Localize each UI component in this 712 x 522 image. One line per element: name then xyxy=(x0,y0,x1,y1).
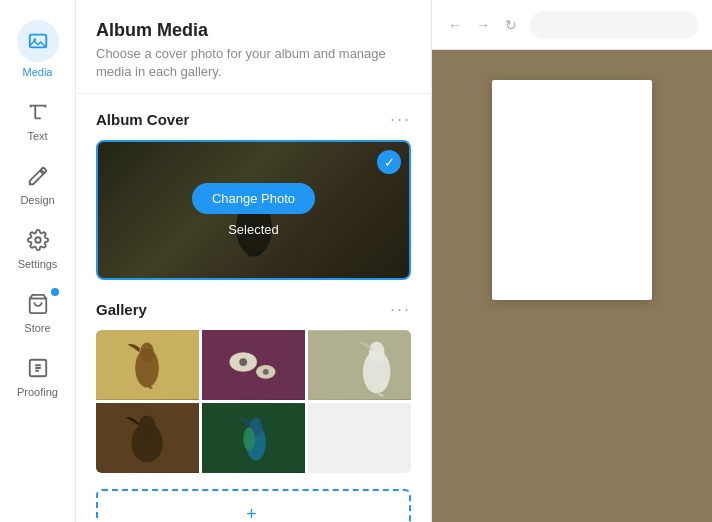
design-icon xyxy=(24,162,52,190)
svg-point-17 xyxy=(369,342,385,364)
gallery-item-4[interactable] xyxy=(96,403,199,473)
page-preview-frame xyxy=(492,80,652,300)
gallery-section: Gallery ··· xyxy=(76,296,431,489)
album-cover-more-button[interactable]: ··· xyxy=(390,110,411,128)
proofing-icon xyxy=(24,354,52,382)
store-icon xyxy=(24,290,52,318)
browser-back-button[interactable]: ← xyxy=(446,16,464,34)
gallery-bird-4-icon xyxy=(96,403,199,473)
change-photo-button[interactable]: Change Photo xyxy=(192,183,315,214)
store-notification-dot xyxy=(51,288,59,296)
sidebar-label-design: Design xyxy=(20,194,54,206)
sidebar-label-proofing: Proofing xyxy=(17,386,58,398)
browser-refresh-button[interactable]: ↻ xyxy=(502,16,520,34)
album-cover-title: Album Cover xyxy=(96,111,189,128)
sidebar-item-design[interactable]: Design xyxy=(0,152,75,216)
add-media-button[interactable]: + xyxy=(96,489,411,522)
sidebar-label-store: Store xyxy=(24,322,50,334)
gallery-bird-1-icon xyxy=(96,330,199,400)
svg-rect-15 xyxy=(308,331,411,400)
gallery-bird-3-icon xyxy=(308,330,411,400)
browser-preview: ← → ↻ xyxy=(432,0,712,522)
selected-label: Selected xyxy=(228,222,279,237)
gallery-item-5[interactable] xyxy=(202,403,305,473)
album-cover-container[interactable]: Change Photo Selected ✓ xyxy=(96,140,411,280)
svg-point-20 xyxy=(138,416,156,440)
browser-forward-button[interactable]: → xyxy=(474,16,492,34)
page-title: Album Media xyxy=(96,20,411,41)
gallery-item-3[interactable] xyxy=(308,330,411,400)
gallery-title: Gallery xyxy=(96,301,147,318)
sidebar: Media Text Design Settings xyxy=(0,0,76,522)
add-media-plus-icon: + xyxy=(246,504,257,522)
sidebar-item-proofing[interactable]: Proofing xyxy=(0,344,75,408)
gallery-grid xyxy=(96,330,411,473)
gallery-bird-5-icon xyxy=(202,403,305,473)
sidebar-item-text[interactable]: Text xyxy=(0,88,75,152)
sidebar-item-settings[interactable]: Settings xyxy=(0,216,75,280)
page-subtitle: Choose a cover photo for your album and … xyxy=(96,45,411,81)
main-header: Album Media Choose a cover photo for you… xyxy=(76,0,431,94)
text-icon xyxy=(24,98,52,126)
svg-point-2 xyxy=(35,237,41,243)
sidebar-label-media: Media xyxy=(23,66,53,78)
album-cover-header: Album Cover ··· xyxy=(96,110,411,128)
browser-content xyxy=(432,50,712,522)
gallery-bird-2-icon xyxy=(202,330,305,400)
svg-point-14 xyxy=(263,369,269,375)
browser-bar: ← → ↻ xyxy=(432,0,712,50)
gallery-item-1[interactable] xyxy=(96,330,199,400)
gallery-more-button[interactable]: ··· xyxy=(390,300,411,318)
media-icon xyxy=(24,27,52,55)
sidebar-label-text: Text xyxy=(27,130,47,142)
album-cover-overlay: Change Photo Selected xyxy=(98,142,409,278)
sidebar-item-media[interactable]: Media xyxy=(0,10,75,88)
url-bar[interactable] xyxy=(530,11,698,39)
sidebar-item-store[interactable]: Store xyxy=(0,280,75,344)
main-panel: Album Media Choose a cover photo for you… xyxy=(76,0,432,522)
gallery-header: Gallery ··· xyxy=(96,300,411,318)
sidebar-label-settings: Settings xyxy=(18,258,58,270)
svg-point-9 xyxy=(140,343,154,363)
svg-point-24 xyxy=(243,428,255,452)
gallery-item-6[interactable] xyxy=(308,403,411,473)
svg-point-12 xyxy=(239,359,247,367)
album-cover-section: Album Cover ··· Change Photo Selected ✓ xyxy=(76,94,431,296)
gallery-item-2[interactable] xyxy=(202,330,305,400)
settings-icon xyxy=(24,226,52,254)
